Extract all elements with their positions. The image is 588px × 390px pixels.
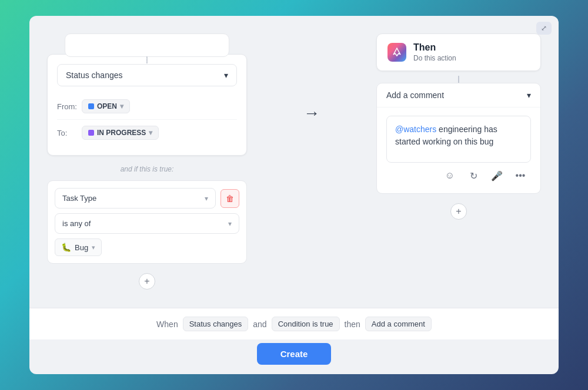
top-bar: ⤢	[536, 22, 552, 35]
summary-bar: When Status changes and Condition is tru…	[29, 308, 559, 339]
action-chevron: ▾	[527, 90, 531, 100]
flow-arrow: →	[294, 104, 329, 123]
add-action-button[interactable]: +	[450, 203, 467, 220]
bottom-section: When Status changes and Condition is tru…	[29, 308, 559, 374]
to-status-dot	[88, 130, 94, 136]
then-header-card: Then Do this action	[376, 33, 541, 71]
delete-icon: 🗑	[226, 194, 234, 203]
to-row: To: IN PROGRESS ▾	[57, 120, 237, 146]
more-icon[interactable]: •••	[512, 167, 529, 184]
bug-chevron: ▾	[92, 244, 95, 251]
action-body: @watchers engineering has started workin…	[377, 107, 540, 193]
dashed-connector	[458, 76, 459, 83]
is-any-of-label: is any of	[62, 219, 91, 228]
task-type-row: Task Type ▾ 🗑	[55, 188, 239, 209]
to-chevron: ▾	[149, 129, 152, 137]
create-button[interactable]: Create	[257, 343, 332, 365]
action-card: Add a comment ▾ @watchers engineering ha…	[376, 83, 541, 194]
delete-condition-button[interactable]: 🗑	[220, 189, 239, 208]
refresh-icon[interactable]: ↻	[465, 167, 482, 184]
and-text: and	[253, 320, 266, 329]
content-area: Status changes ▾ From: OPEN ▾ To: IN PR	[29, 16, 559, 308]
then-title: Then	[413, 42, 530, 53]
from-row: From: OPEN ▾	[57, 93, 237, 120]
from-status-dot	[88, 103, 94, 109]
bug-icon: 🐛	[61, 243, 71, 252]
action-chip[interactable]: Add a comment	[365, 317, 432, 331]
arrow-icon: →	[303, 104, 320, 123]
status-dropdown-chevron: ▾	[224, 70, 228, 80]
condition-chip[interactable]: Condition is true	[272, 317, 340, 331]
from-label: From:	[57, 102, 76, 111]
bug-value-tag[interactable]: 🐛 Bug ▾	[55, 238, 102, 256]
trigger-card: Status changes ▾ From: OPEN ▾ To: IN PR	[47, 54, 247, 156]
action-header[interactable]: Add a comment ▾	[377, 83, 540, 107]
expand-button[interactable]: ⤢	[536, 22, 552, 35]
to-label: To:	[57, 129, 76, 137]
status-dropdown-label: Status changes	[66, 70, 123, 80]
emoji-icon[interactable]: ☺	[442, 167, 458, 184]
from-status-text: OPEN	[97, 102, 117, 110]
to-status-text: IN PROGRESS	[97, 129, 146, 137]
is-any-of-select[interactable]: is any of ▾	[55, 213, 239, 234]
add-condition-button[interactable]: +	[139, 273, 155, 290]
then-text-group: Then Do this action	[413, 42, 530, 62]
mic-icon[interactable]: 🎤	[489, 167, 505, 184]
then-text: then	[345, 320, 360, 329]
status-changes-chip[interactable]: Status changes	[183, 317, 249, 331]
right-panel: Then Do this action Add a comment ▾ @wat…	[376, 33, 541, 220]
to-status-badge[interactable]: IN PROGRESS ▾	[82, 126, 159, 140]
bug-label: Bug	[75, 243, 88, 252]
task-type-chevron: ▾	[205, 194, 208, 203]
when-text: When	[156, 320, 178, 329]
status-dropdown[interactable]: Status changes ▾	[57, 64, 237, 86]
then-subtitle: Do this action	[413, 54, 530, 62]
task-type-label: Task Type	[62, 194, 96, 203]
comment-textarea[interactable]: @watchers engineering has started workin…	[386, 116, 531, 163]
left-panel: Status changes ▾ From: OPEN ▾ To: IN PR	[47, 33, 247, 290]
comment-toolbar: ☺ ↻ 🎤 •••	[386, 163, 531, 185]
top-connector	[65, 33, 229, 57]
task-type-select[interactable]: Task Type ▾	[55, 188, 216, 209]
comment-mention: @watchers	[395, 125, 436, 134]
condition-section-label: and if this is true:	[47, 165, 247, 173]
from-status-badge[interactable]: OPEN ▾	[82, 99, 130, 113]
clickup-logo-icon	[387, 43, 406, 62]
action-dropdown-label: Add a comment	[386, 90, 444, 100]
is-any-of-chevron: ▾	[228, 220, 232, 228]
bottom-actions: Create	[29, 339, 559, 374]
automation-builder: ⤢ Status changes ▾ From: OPEN ▾	[29, 16, 559, 374]
condition-card: Task Type ▾ 🗑 is any of ▾ 🐛 Bug ▾	[47, 180, 247, 264]
from-chevron: ▾	[120, 102, 123, 110]
